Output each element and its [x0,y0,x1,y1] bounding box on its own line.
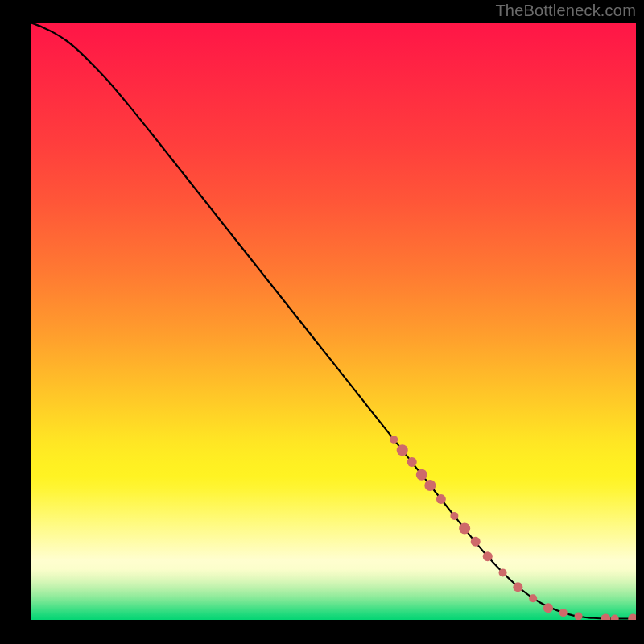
data-marker [407,457,417,467]
data-marker [459,522,470,534]
data-marker [450,512,458,520]
data-marker [513,582,522,592]
chart-stage: TheBottleneck.com [0,0,644,644]
chart-svg [0,0,644,644]
data-marker [483,551,493,561]
data-marker [471,537,481,547]
gradient-background [31,23,636,620]
data-marker [416,469,427,481]
data-marker [543,603,553,613]
data-marker [424,480,436,491]
data-marker [529,594,537,602]
data-marker [390,436,398,444]
data-marker [628,614,638,624]
data-marker [611,615,619,623]
data-marker [575,613,583,621]
attribution-text: TheBottleneck.com [495,2,636,20]
data-marker [436,494,446,504]
data-marker [397,444,408,456]
data-marker [601,614,610,624]
data-marker [559,609,568,617]
data-marker [499,568,507,576]
